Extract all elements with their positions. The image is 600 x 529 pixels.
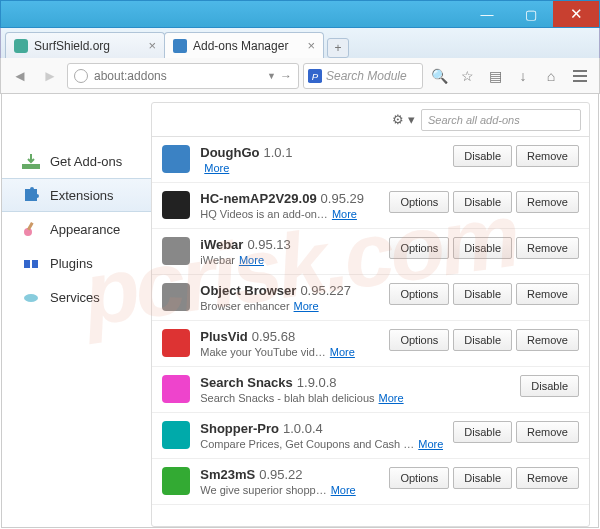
- window-maximize-button[interactable]: ▢: [509, 1, 553, 27]
- options-button[interactable]: Options: [389, 467, 449, 489]
- download-icon: [22, 152, 40, 170]
- url-go-icon[interactable]: →: [280, 69, 292, 83]
- more-link[interactable]: More: [331, 484, 356, 496]
- disable-button[interactable]: Disable: [453, 467, 512, 489]
- disable-button[interactable]: Disable: [453, 145, 512, 167]
- bookmark-icon[interactable]: ☆: [455, 64, 479, 88]
- addon-row[interactable]: iWebar0.95.13iWebarMoreOptionsDisableRem…: [152, 229, 589, 275]
- disable-button[interactable]: Disable: [453, 421, 512, 443]
- addon-row[interactable]: HC-nemAP2V29.090.95.29HQ Videos is an ad…: [152, 183, 589, 229]
- remove-button[interactable]: Remove: [516, 237, 579, 259]
- addon-version: 0.95.227: [300, 283, 351, 298]
- addon-row[interactable]: Shopper-Pro1.0.0.4Compare Prices, Get Co…: [152, 413, 589, 459]
- addons-main-panel: ⚙ ▾ Search all add-ons DoughGo1.0.1MoreD…: [151, 102, 590, 527]
- options-button[interactable]: Options: [389, 283, 449, 305]
- more-link[interactable]: More: [330, 346, 355, 358]
- search-icon[interactable]: 🔍: [427, 64, 451, 88]
- navigation-toolbar: ◄ ► about:addons ▼ → P Search Module 🔍 ☆…: [0, 58, 600, 94]
- disable-button[interactable]: Disable: [453, 329, 512, 351]
- remove-button[interactable]: Remove: [516, 145, 579, 167]
- sidebar-item-extensions[interactable]: Extensions: [2, 178, 151, 212]
- svg-rect-2: [22, 164, 40, 169]
- remove-button[interactable]: Remove: [516, 467, 579, 489]
- more-link[interactable]: More: [379, 392, 404, 404]
- addon-row[interactable]: Object Browser0.95.227Browser enhancerMo…: [152, 275, 589, 321]
- addon-row[interactable]: DoughGo1.0.1MoreDisableRemove: [152, 137, 589, 183]
- addon-row[interactable]: Sm23mS0.95.22We give superior shopp…More…: [152, 459, 589, 505]
- new-tab-button[interactable]: +: [327, 38, 349, 58]
- addon-icon: [162, 237, 190, 265]
- sidebar-item-appearance[interactable]: Appearance: [2, 212, 151, 246]
- addons-sidebar: Get Add-ons Extensions Appearance Plugin…: [2, 94, 151, 527]
- list-icon[interactable]: ▤: [483, 64, 507, 88]
- cloud-icon: [22, 288, 40, 306]
- disable-button[interactable]: Disable: [520, 375, 579, 397]
- blocks-icon: [22, 254, 40, 272]
- options-button[interactable]: Options: [389, 329, 449, 351]
- tab-surfshield[interactable]: SurfShield.org ×: [5, 32, 165, 58]
- addon-description: iWebarMore: [200, 254, 379, 266]
- content-area: Get Add-ons Extensions Appearance Plugin…: [1, 94, 599, 528]
- addon-description: More: [200, 162, 443, 174]
- svg-point-7: [24, 294, 38, 302]
- disable-button[interactable]: Disable: [453, 191, 512, 213]
- disable-button[interactable]: Disable: [453, 283, 512, 305]
- addon-version: 0.95.13: [247, 237, 290, 252]
- sidebar-item-services[interactable]: Services: [2, 280, 151, 314]
- addon-title: Search Snacks1.9.0.8: [200, 375, 510, 390]
- options-button[interactable]: Options: [389, 237, 449, 259]
- svg-rect-5: [24, 260, 30, 268]
- addon-version: 1.0.1: [264, 145, 293, 160]
- remove-button[interactable]: Remove: [516, 421, 579, 443]
- tab-favicon: [173, 39, 187, 53]
- addons-search-input[interactable]: Search all add-ons: [421, 109, 581, 131]
- gear-icon[interactable]: ⚙ ▾: [392, 112, 415, 127]
- more-link[interactable]: More: [239, 254, 264, 266]
- addon-body: Shopper-Pro1.0.0.4Compare Prices, Get Co…: [200, 421, 443, 450]
- remove-button[interactable]: Remove: [516, 283, 579, 305]
- window-close-button[interactable]: ✕: [553, 1, 599, 27]
- addon-icon: [162, 375, 190, 403]
- download-icon[interactable]: ↓: [511, 64, 535, 88]
- sidebar-item-plugins[interactable]: Plugins: [2, 246, 151, 280]
- svg-rect-4: [27, 222, 34, 230]
- forward-button[interactable]: ►: [37, 63, 63, 89]
- remove-button[interactable]: Remove: [516, 191, 579, 213]
- remove-button[interactable]: Remove: [516, 329, 579, 351]
- paintbrush-icon: [22, 220, 40, 238]
- more-link[interactable]: More: [332, 208, 357, 220]
- options-button[interactable]: Options: [389, 191, 449, 213]
- tab-addons-manager[interactable]: Add-ons Manager ×: [164, 32, 324, 58]
- search-bar[interactable]: P Search Module: [303, 63, 423, 89]
- sidebar-label: Services: [50, 290, 100, 305]
- more-link[interactable]: More: [294, 300, 319, 312]
- disable-button[interactable]: Disable: [453, 237, 512, 259]
- addon-title: Object Browser0.95.227: [200, 283, 379, 298]
- svg-text:P: P: [312, 70, 319, 81]
- window-minimize-button[interactable]: —: [465, 1, 509, 27]
- more-link[interactable]: More: [204, 162, 229, 174]
- addon-title: iWebar0.95.13: [200, 237, 379, 252]
- tab-close-icon[interactable]: ×: [307, 38, 315, 53]
- addon-icon: [162, 283, 190, 311]
- tab-close-icon[interactable]: ×: [148, 38, 156, 53]
- home-icon[interactable]: ⌂: [539, 64, 563, 88]
- addon-buttons: DisableRemove: [453, 145, 579, 174]
- sidebar-label: Get Add-ons: [50, 154, 122, 169]
- addon-version: 0.95.29: [321, 191, 364, 206]
- addon-description: Compare Prices, Get Coupons and Cash …Mo…: [200, 438, 443, 450]
- sidebar-label: Plugins: [50, 256, 93, 271]
- url-dropdown-icon[interactable]: ▼: [267, 71, 276, 81]
- url-bar[interactable]: about:addons ▼ →: [67, 63, 299, 89]
- addon-row[interactable]: Search Snacks1.9.0.8Search Snacks - blah…: [152, 367, 589, 413]
- addon-buttons: OptionsDisableRemove: [389, 283, 579, 312]
- addon-body: Object Browser0.95.227Browser enhancerMo…: [200, 283, 379, 312]
- back-button[interactable]: ◄: [7, 63, 33, 89]
- hamburger-menu-button[interactable]: [567, 63, 593, 89]
- addon-title: PlusVid0.95.68: [200, 329, 379, 344]
- addon-body: DoughGo1.0.1More: [200, 145, 443, 174]
- addon-row[interactable]: PlusVid0.95.68Make your YouTube vid…More…: [152, 321, 589, 367]
- sidebar-item-get-addons[interactable]: Get Add-ons: [2, 144, 151, 178]
- addon-icon: [162, 329, 190, 357]
- more-link[interactable]: More: [418, 438, 443, 450]
